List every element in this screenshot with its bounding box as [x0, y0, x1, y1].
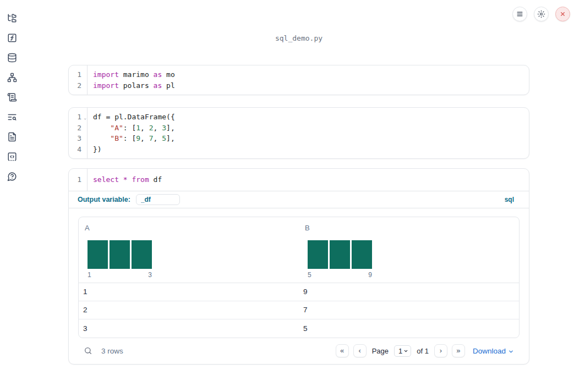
column-histogram: 5 9	[308, 240, 372, 279]
code-line: })	[93, 144, 529, 155]
output-variable-input[interactable]	[136, 194, 180, 205]
dataframe-table: A 1 3 B	[78, 217, 520, 338]
notebook-filename: sql_demo.py	[68, 34, 529, 43]
table-footer: 3 rows « ‹ Page 1 of 1 › » Download	[78, 338, 520, 364]
search-icon[interactable]	[84, 346, 92, 355]
database-icon[interactable]	[7, 53, 17, 63]
table-header: A 1 3 B	[79, 217, 519, 283]
line-number: 2	[69, 80, 87, 91]
line-number: 1⌄	[69, 112, 87, 123]
tick-max: 9	[368, 271, 372, 279]
table-row: 35	[79, 319, 519, 338]
output-variable-label: Output variable:	[78, 196, 130, 203]
table-body: 192735	[79, 283, 519, 338]
function-square-icon[interactable]	[7, 33, 17, 43]
output-variable-row: Output variable: sql	[69, 191, 529, 208]
code-line: df = pl.DataFrame({	[93, 112, 529, 123]
sidebar	[0, 0, 24, 392]
column-name: A	[85, 224, 299, 234]
cell-output: A 1 3 B	[69, 208, 529, 364]
first-page-button[interactable]: «	[336, 344, 349, 357]
code-cell-imports: 12import marimo as moimport polars as pl	[68, 65, 529, 95]
code-line: "A": [1, 2, 3],	[93, 123, 529, 134]
page-select[interactable]: 1	[394, 345, 411, 357]
tick-min: 1	[88, 271, 91, 279]
code-line: import polars as pl	[93, 80, 529, 91]
next-page-button[interactable]: ›	[434, 344, 447, 357]
chevron-down-icon	[508, 349, 514, 355]
table-row: 19	[79, 283, 519, 301]
chevron-down-icon	[403, 349, 408, 354]
dependency-graph-icon[interactable]	[7, 73, 17, 82]
code-line: import marimo as mo	[93, 69, 529, 80]
close-x-icon[interactable]	[555, 7, 570, 21]
snippets-code-icon[interactable]	[7, 152, 17, 162]
code-editor[interactable]: 1⌄234df = pl.DataFrame({ "A": [1, 2, 3],…	[69, 108, 529, 158]
table-cell: 5	[299, 319, 519, 338]
column-name: B	[305, 224, 519, 234]
line-number: 3	[69, 133, 87, 144]
settings-gear-icon[interactable]	[534, 7, 549, 21]
code-line: select * from df	[93, 174, 529, 185]
column-histogram: 1 3	[88, 240, 152, 279]
top-right-controls	[512, 7, 570, 21]
table-cell: 7	[299, 301, 519, 319]
hist-bar	[132, 240, 152, 269]
histogram-ticks: 1 3	[88, 271, 152, 279]
table-cell: 3	[79, 319, 299, 338]
histogram-ticks: 5 9	[308, 271, 372, 279]
page-of-label: of 1	[417, 347, 429, 355]
line-number: 1	[69, 174, 87, 185]
hist-bar	[352, 240, 372, 269]
table-cell: 9	[299, 283, 519, 301]
list-search-icon[interactable]	[7, 112, 17, 122]
code-cell-dataframe: 1⌄234df = pl.DataFrame({ "A": [1, 2, 3],…	[68, 107, 529, 159]
hist-bar	[110, 240, 130, 269]
histogram-bars	[308, 240, 372, 269]
help-question-icon[interactable]	[7, 172, 17, 181]
table-cell: 2	[79, 301, 299, 319]
download-label: Download	[473, 347, 506, 355]
sql-editor[interactable]: 1select * from df	[69, 169, 529, 191]
page-select-value: 1	[398, 347, 402, 355]
column-header-b: B 5 9	[299, 217, 519, 283]
prev-page-button[interactable]: ‹	[353, 344, 367, 357]
last-page-button[interactable]: »	[452, 344, 465, 357]
hist-bar	[88, 240, 108, 269]
menu-icon[interactable]	[512, 7, 527, 21]
pagination: « ‹ Page 1 of 1 › »	[336, 344, 465, 357]
hist-bar	[308, 240, 328, 269]
notebook: sql_demo.py 12import marimo as moimport …	[68, 0, 529, 365]
column-header-a: A 1 3	[79, 217, 299, 283]
table-row: 27	[79, 301, 519, 319]
logs-scroll-icon[interactable]	[7, 92, 17, 102]
code-editor[interactable]: 12import marimo as moimport polars as pl	[69, 65, 529, 95]
file-tree-icon[interactable]	[7, 13, 17, 23]
sql-cell: 1select * from df Output variable: sql A…	[68, 168, 529, 365]
table-cell: 1	[79, 283, 299, 301]
hist-bar	[330, 240, 350, 269]
document-icon[interactable]	[7, 132, 17, 142]
page-label: Page	[372, 347, 389, 355]
line-number: 2	[69, 123, 87, 134]
code-line: "B": [9, 7, 5],	[93, 133, 529, 144]
line-number: 4	[69, 144, 87, 155]
line-number: 1	[69, 69, 87, 80]
tick-min: 5	[308, 271, 311, 279]
histogram-bars	[88, 240, 152, 269]
language-badge[interactable]: sql	[505, 196, 514, 203]
row-count-label: 3 rows	[101, 347, 123, 355]
download-button[interactable]: Download	[473, 347, 514, 355]
tick-max: 3	[148, 271, 152, 279]
